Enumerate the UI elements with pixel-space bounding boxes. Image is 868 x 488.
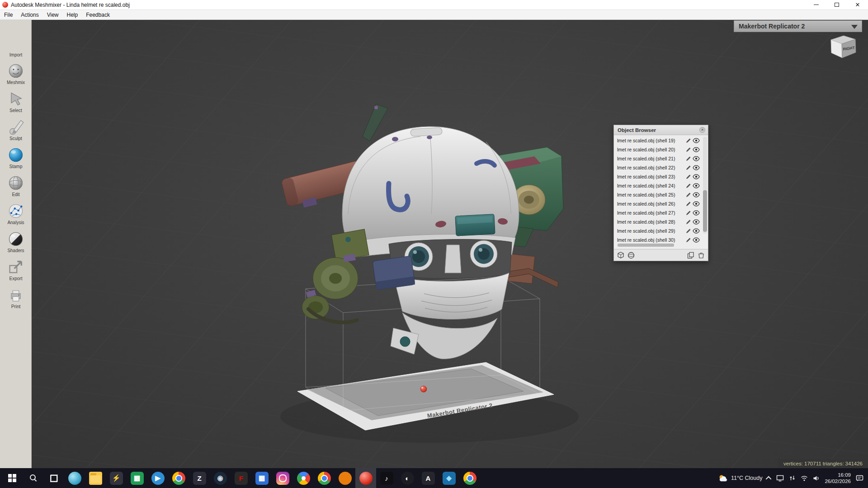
minimize-button[interactable] xyxy=(806,0,826,10)
edit-pencil-icon[interactable] xyxy=(686,165,691,170)
edit-pencil-icon[interactable] xyxy=(686,138,691,143)
mesh-view-icon[interactable] xyxy=(617,252,624,259)
google-photos[interactable] xyxy=(293,468,314,488)
visibility-eye-icon[interactable] xyxy=(693,201,700,206)
menu-actions[interactable]: Actions xyxy=(17,10,42,20)
edit-pencil-icon[interactable] xyxy=(686,174,691,179)
visibility-eye-icon[interactable] xyxy=(693,219,700,225)
file-explorer[interactable] xyxy=(85,468,106,488)
visibility-eye-icon[interactable] xyxy=(693,210,700,216)
view-cube[interactable]: RIGHT xyxy=(826,33,860,63)
tool-shaders[interactable]: Shaders xyxy=(0,228,32,256)
visibility-eye-icon[interactable] xyxy=(693,192,700,197)
object-row[interactable]: lmet re scaled.obj (shell 30) xyxy=(614,235,701,244)
calculator[interactable]: ▦ xyxy=(251,468,272,488)
blender[interactable] xyxy=(335,468,355,488)
object-row[interactable]: lmet re scaled.obj (shell 23) xyxy=(614,172,701,181)
panel-close-button[interactable]: ✕ xyxy=(699,127,705,133)
object-row[interactable]: lmet re scaled.obj (shell 21) xyxy=(614,154,701,163)
visibility-eye-icon[interactable] xyxy=(693,174,700,179)
object-row[interactable]: lmet re scaled.obj (shell 29) xyxy=(614,226,701,235)
scrollbar-thumb[interactable] xyxy=(703,190,707,232)
f1-app[interactable]: F xyxy=(231,468,251,488)
object-row[interactable]: lmet re scaled.obj (shell 28) xyxy=(614,217,701,226)
menu-view[interactable]: View xyxy=(43,10,63,20)
capcut[interactable]: ◐ xyxy=(397,468,418,488)
visibility-eye-icon[interactable] xyxy=(693,156,700,161)
lightning-app[interactable]: ⚡ xyxy=(106,468,127,488)
object-row[interactable]: lmet re scaled.obj (shell 25) xyxy=(614,190,701,199)
chrome[interactable] xyxy=(168,468,189,488)
sphere-view-icon[interactable] xyxy=(627,252,635,259)
steam[interactable]: ◉ xyxy=(210,468,231,488)
volume-icon[interactable] xyxy=(813,475,820,481)
tool-select[interactable]: Select xyxy=(0,88,32,116)
maximize-button[interactable] xyxy=(826,0,847,10)
visibility-eye-icon[interactable] xyxy=(693,228,700,234)
tray-overflow-chevron-icon[interactable] xyxy=(766,476,772,482)
notification-center-icon[interactable] xyxy=(856,475,863,482)
object-row[interactable]: lmet re scaled.obj (shell 27) xyxy=(614,208,701,217)
telegram[interactable]: ▶ xyxy=(147,468,168,488)
search-button[interactable] xyxy=(23,468,43,488)
tool-meshmix[interactable]: Meshmix xyxy=(0,60,32,88)
excel[interactable]: ▦ xyxy=(127,468,147,488)
object-row[interactable]: lmet re scaled.obj (shell 22) xyxy=(614,163,701,172)
network-icon[interactable] xyxy=(789,475,796,481)
pc-display-icon[interactable] xyxy=(776,475,784,482)
horizontal-scrollbar[interactable] xyxy=(618,244,674,247)
visibility-eye-icon[interactable] xyxy=(693,183,700,188)
edit-pencil-icon[interactable] xyxy=(686,147,691,152)
clock-widget[interactable]: 16:09 26/02/2026 xyxy=(825,472,851,484)
tool-stamp[interactable]: Stamp xyxy=(0,144,32,172)
tool-label: Edit xyxy=(12,192,19,197)
close-button[interactable]: ✕ xyxy=(847,0,868,10)
visibility-eye-icon[interactable] xyxy=(693,165,700,170)
chrome-2[interactable] xyxy=(314,468,335,488)
tool-export[interactable]: Export xyxy=(0,256,32,284)
object-row[interactable]: lmet re scaled.obj (shell 19) xyxy=(614,136,701,145)
edit-pencil-icon[interactable] xyxy=(686,201,691,206)
viewport-canvas[interactable]: Makerbot Replicator 2 xyxy=(32,20,868,468)
object-browser-header[interactable]: Object Browser ✕ xyxy=(614,125,708,135)
menu-feedback[interactable]: Feedback xyxy=(82,10,114,20)
tool-sculpt[interactable]: Sculpt xyxy=(0,116,32,144)
vertical-scrollbar[interactable] xyxy=(703,137,707,234)
edge[interactable] xyxy=(64,468,85,488)
edit-pencil-icon[interactable] xyxy=(686,210,691,216)
menu-file[interactable]: File xyxy=(0,10,17,20)
task-view-button[interactable] xyxy=(43,468,64,488)
instagram[interactable] xyxy=(272,468,293,488)
start-button[interactable] xyxy=(2,468,23,488)
printer-selector[interactable]: Makerbot Replicator 2 xyxy=(734,20,862,32)
tiktok[interactable]: ♪ xyxy=(376,468,397,488)
weather-widget[interactable]: 11°C Cloudy xyxy=(718,474,762,482)
tool-print[interactable]: Print xyxy=(0,284,32,312)
edit-pencil-icon[interactable] xyxy=(686,192,691,197)
edit-pencil-icon[interactable] xyxy=(686,183,691,188)
visibility-eye-icon[interactable] xyxy=(693,147,700,152)
a-app[interactable]: A xyxy=(418,468,439,488)
wifi-icon[interactable] xyxy=(801,475,808,481)
visibility-eye-icon[interactable] xyxy=(693,138,700,143)
tool-import[interactable]: Import xyxy=(0,32,32,60)
object-name: lmet re scaled.obj (shell 23) xyxy=(617,174,684,179)
object-row[interactable]: lmet re scaled.obj (shell 26) xyxy=(614,199,701,208)
edit-pencil-icon[interactable] xyxy=(686,228,691,234)
zoom[interactable]: Z xyxy=(189,468,210,488)
edit-pencil-icon[interactable] xyxy=(686,237,691,243)
duplicate-icon[interactable] xyxy=(687,252,694,259)
edit-pencil-icon[interactable] xyxy=(686,156,691,161)
cloud-sun-icon xyxy=(718,474,728,482)
menu-help[interactable]: Help xyxy=(63,10,82,20)
tool-analysis[interactable]: Analysis xyxy=(0,200,32,228)
tool-edit[interactable]: Edit xyxy=(0,172,32,200)
edit-pencil-icon[interactable] xyxy=(686,219,691,225)
meshmixer[interactable] xyxy=(355,468,376,488)
object-row[interactable]: lmet re scaled.obj (shell 20) xyxy=(614,145,701,154)
chrome-3[interactable] xyxy=(459,468,480,488)
paint3d-app[interactable]: ◆ xyxy=(439,468,459,488)
delete-trash-icon[interactable] xyxy=(698,252,705,259)
visibility-eye-icon[interactable] xyxy=(693,237,700,243)
object-row[interactable]: lmet re scaled.obj (shell 24) xyxy=(614,181,701,190)
